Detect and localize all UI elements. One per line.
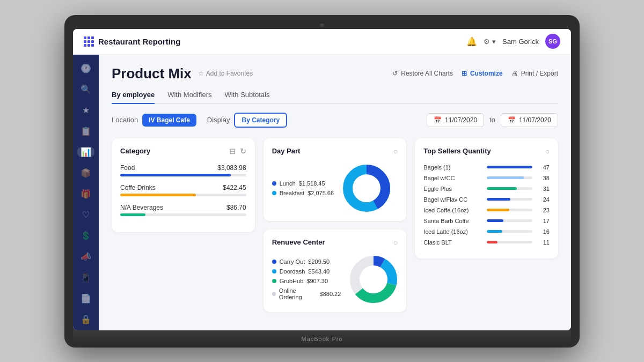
star-icon: ☆: [198, 70, 204, 77]
seller-count: 24: [537, 196, 550, 203]
legend-item: GrubHub $907.30: [272, 278, 341, 284]
sidebar-item-chart[interactable]: 📊: [77, 147, 94, 157]
seller-bar-track: [487, 219, 532, 222]
legend-label: Doordash: [280, 268, 305, 275]
sidebar-item-favorites[interactable]: ★: [77, 105, 94, 115]
cat-bar-fill: [120, 174, 231, 176]
display-chip[interactable]: By Category: [234, 113, 287, 128]
customize-icon: ⊞: [462, 70, 467, 77]
export-button[interactable]: 🖨 Print / Export: [511, 70, 558, 77]
legend-label: GrubHub: [280, 278, 304, 284]
app-logo: Restaurant Reporting: [84, 36, 180, 47]
display-label: Display: [207, 116, 230, 124]
page-actions: ↺ Restore All Charts ⊞ Customize 🖨 Print…: [392, 70, 558, 77]
day-part-chart: Lunch $1,518.45 Breakfast $2,075.66: [272, 164, 398, 212]
cat-bar-track: [120, 213, 246, 216]
seller-count: 23: [537, 207, 550, 213]
legend-item: Breakfast $2,075.66: [272, 190, 334, 196]
category-items: Food $3,083.98 Coffe Drinks $422.45 N/A …: [120, 164, 246, 216]
date-to-picker[interactable]: 📅 11/07/2020: [501, 113, 558, 127]
seller-bar-fill: [487, 219, 503, 222]
restore-icon: ↺: [392, 70, 398, 77]
seller-name: Santa Barb Coffe: [423, 218, 482, 224]
category-card-actions: ⊟ ↻: [229, 147, 246, 156]
sidebar-item-document[interactable]: 📄: [77, 293, 94, 304]
revenue-donut: [349, 255, 398, 304]
sidebar-item-heart[interactable]: ♡: [77, 210, 94, 220]
legend-label: Carry Out: [280, 258, 305, 265]
cat-value: $86.70: [226, 204, 246, 211]
category-item: N/A Beverages $86.70: [120, 204, 246, 216]
seller-name: Iced Latte (16oz): [423, 228, 482, 235]
seller-item: Iced Coffe (16oz) 23: [423, 207, 550, 213]
seller-bar-track: [487, 198, 532, 201]
restore-charts-button[interactable]: ↺ Restore All Charts: [392, 70, 453, 77]
legend-value: $1,518.45: [299, 180, 325, 187]
sidebar-item-mobile[interactable]: 📱: [77, 272, 94, 283]
seller-bar-fill: [487, 176, 524, 179]
day-part-card-title: Day Part ○: [272, 147, 398, 156]
date-from-picker[interactable]: 📅 11/07/2020: [427, 113, 484, 127]
page-header: Product Mix ☆ Add to Favorites ↺ Restore…: [112, 65, 558, 82]
day-part-card: Day Part ○ Lunch $1,518.45 Breakfast $2,…: [264, 138, 407, 221]
date-from-value: 11/07/2020: [445, 116, 477, 124]
sidebar-item-inventory[interactable]: 📦: [77, 168, 94, 178]
category-item: Coffe Drinks $422.45: [120, 184, 246, 196]
add-to-favorites-button[interactable]: ☆ Add to Favorites: [198, 70, 253, 77]
location-filter: Location IV Bagel Cafe: [112, 114, 196, 127]
tab-by-employee[interactable]: By employee: [112, 91, 155, 104]
category-card-title: Category ⊟ ↻: [120, 147, 246, 156]
sidebar-item-time[interactable]: 🕐: [77, 63, 94, 73]
seller-item: Bagel w/CC 38: [423, 175, 550, 181]
cat-value: $422.45: [223, 184, 246, 191]
legend-item: Carry Out $209.50: [272, 258, 341, 265]
cat-name: Coffe Drinks: [120, 184, 156, 191]
svg-point-7: [363, 269, 384, 290]
seller-item: Eggle Plus 31: [423, 186, 550, 192]
seller-count: 11: [537, 239, 550, 246]
legend-dot: [272, 191, 276, 195]
sidebar-item-dollar[interactable]: 💲: [77, 231, 94, 241]
seller-name: Bagel w/CC: [423, 175, 482, 181]
sidebar-item-lock[interactable]: 🔒: [77, 314, 94, 324]
top-sellers-card: Top Sellers Quantity ○ Bagels (1) 47 Bag…: [415, 138, 558, 258]
content-area: Product Mix ☆ Add to Favorites ↺ Restore…: [99, 55, 571, 330]
legend-value: $2,075.66: [308, 190, 334, 196]
refresh-icon[interactable]: ↻: [240, 147, 246, 156]
cat-bar-fill: [120, 213, 145, 216]
sidebar-item-search[interactable]: 🔍: [77, 84, 94, 94]
location-chip[interactable]: IV Bagel Cafe: [142, 114, 196, 127]
settings-button[interactable]: ⚙ ▾: [484, 38, 496, 46]
day-part-legend: Lunch $1,518.45 Breakfast $2,075.66: [272, 180, 334, 196]
sidebar: 🕐 🔍 ★ 📋 📊 📦 🎁 ♡ 💲 📣 📱 📄 🔒: [73, 55, 99, 330]
filter-icon[interactable]: ⊟: [229, 147, 236, 156]
legend-value: $543.40: [308, 268, 330, 275]
sidebar-item-clipboard[interactable]: 📋: [77, 126, 94, 136]
legend-value: $209.50: [308, 258, 330, 265]
seller-bar-track: [487, 209, 532, 211]
user-name: Sam Gorick: [502, 38, 539, 46]
dashboard-grid: Category ⊟ ↻ Food $3,083.98 Coffe D: [112, 138, 558, 312]
seller-bar-track: [487, 187, 532, 190]
grid-icon: [84, 36, 94, 47]
sidebar-item-gift[interactable]: 🎁: [77, 189, 94, 199]
seller-count: 16: [537, 228, 550, 235]
circle-icon[interactable]: ○: [393, 147, 398, 156]
settings-chevron: ▾: [492, 38, 496, 46]
print-icon: 🖨: [511, 70, 518, 77]
revenue-center-card-title: Renueve Center ○: [272, 238, 398, 247]
customize-button[interactable]: ⊞ Customize: [462, 70, 503, 77]
legend-label: Online Ordering: [279, 287, 317, 300]
seller-bar-fill: [487, 209, 509, 211]
circle-icon-2[interactable]: ○: [393, 238, 398, 247]
seller-bar-track: [487, 176, 532, 179]
tab-with-modifiers[interactable]: With Modifiers: [167, 91, 211, 104]
sidebar-item-announce[interactable]: 📣: [77, 252, 94, 262]
seller-count: 31: [537, 186, 550, 192]
revenue-chart: Carry Out $209.50 Doordash $543.40 GrubH…: [272, 255, 398, 304]
revenue-legend: Carry Out $209.50 Doordash $543.40 GrubH…: [272, 258, 341, 300]
tab-with-subtotals[interactable]: With Subtotals: [225, 91, 270, 104]
expand-icon[interactable]: ○: [545, 147, 550, 156]
bell-icon[interactable]: 🔔: [466, 36, 477, 47]
cat-name: N/A Beverages: [120, 204, 163, 211]
